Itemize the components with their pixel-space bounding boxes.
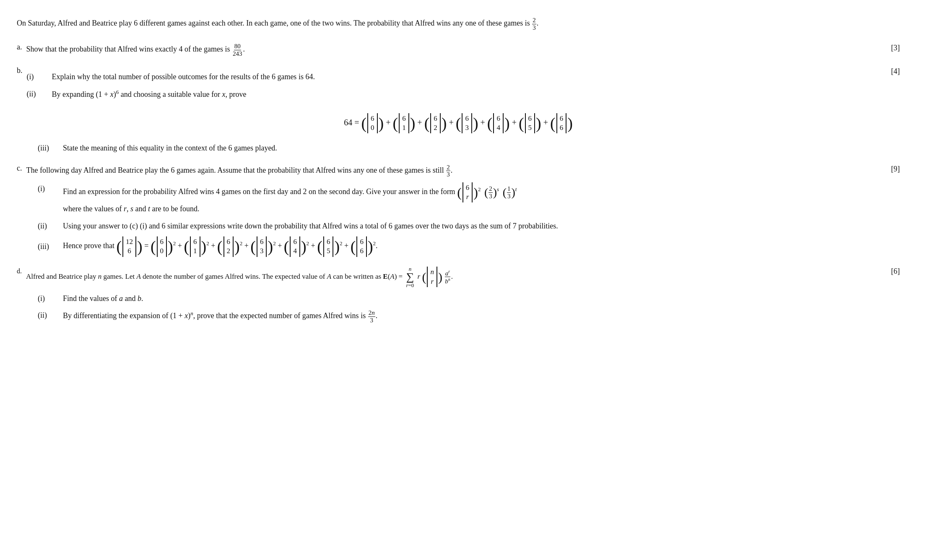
part-c-i-label: (i) xyxy=(38,182,63,195)
part-d-i-label: (i) xyxy=(38,292,63,305)
part-b-iii-text: State the meaning of this equality in th… xyxy=(63,142,900,155)
part-c-ii: (ii) Using your answer to (c) (i) and 6 … xyxy=(38,220,900,233)
part-d-label: d. xyxy=(17,266,22,275)
frac-2n-3: 2n3 xyxy=(368,309,375,324)
part-c-i-text: Find an expression for the probability A… xyxy=(63,182,900,215)
part-c-ii-text: Using your answer to (c) (i) and 6 simil… xyxy=(63,220,900,233)
part-b-mark: [4] xyxy=(891,66,900,76)
part-b: b. (i) Explain why the total number of p… xyxy=(17,66,900,155)
part-d-i-text: Find the values of a and b. xyxy=(63,292,900,305)
part-d-text: Alfred and Beatrice play n games. Let A … xyxy=(26,266,883,288)
part-c-label: c. xyxy=(17,164,22,173)
part-b-i-text: Explain why the total number of possible… xyxy=(52,70,315,83)
intro-text: On Saturday, Alfred and Beatrice play 6 … xyxy=(17,19,538,27)
part-b-iii: (iii) State the meaning of this equality… xyxy=(38,142,900,155)
part-b-i-label: (i) xyxy=(27,70,52,83)
part-d-i: (i) Find the values of a and b. xyxy=(38,292,900,305)
part-a-label: a. xyxy=(17,43,22,52)
frac-2-3-c: 23 xyxy=(446,164,450,178)
sigma-expression: n ∑ r=0 xyxy=(406,266,414,288)
part-c-ii-label: (ii) xyxy=(38,220,63,233)
part-c-iii: (iii) Hence prove that ( 126 ) = ( 60 ) … xyxy=(38,236,900,257)
part-d: d. Alfred and Beatrice play n games. Let… xyxy=(17,266,900,324)
part-d-mark: [6] xyxy=(891,266,900,276)
part-c-iii-text: Hence prove that ( 126 ) = ( 60 ) 2 + ( … xyxy=(63,236,900,257)
intro-paragraph: On Saturday, Alfred and Beatrice play 6 … xyxy=(17,17,900,31)
part-c: c. The following day Alfred and Beatrice… xyxy=(17,164,900,257)
part-c-mark: [9] xyxy=(891,164,900,174)
part-b-label: b. xyxy=(17,66,23,75)
part-a: a. Show that the probability that Alfred… xyxy=(17,43,900,57)
part-d-ii-label: (ii) xyxy=(38,309,63,322)
part-b-iii-label: (iii) xyxy=(38,142,63,155)
part-b-ii-label: (ii) xyxy=(27,88,52,101)
part-a-mark: [3] xyxy=(891,43,900,52)
intro-fraction: 23 xyxy=(532,17,536,31)
part-c-i: (i) Find an expression for the probabili… xyxy=(38,182,900,215)
frac-80-243: 80243 xyxy=(232,43,243,57)
part-a-text: Show that the probability that Alfred wi… xyxy=(26,43,883,57)
part-c-text: The following day Alfred and Beatrice pl… xyxy=(26,164,883,178)
part-c-iii-label: (iii) xyxy=(38,240,63,253)
equation-64: 64 = (60) + (61) + (62) + (63) + (64) + … xyxy=(17,113,900,133)
part-d-ii-text: By differentiating the expansion of (1 +… xyxy=(63,309,900,324)
part-d-ii: (ii) By differentiating the expansion of… xyxy=(38,309,900,324)
part-b-ii-text: By expanding (1 + x)6 and choosing a sui… xyxy=(52,88,315,101)
